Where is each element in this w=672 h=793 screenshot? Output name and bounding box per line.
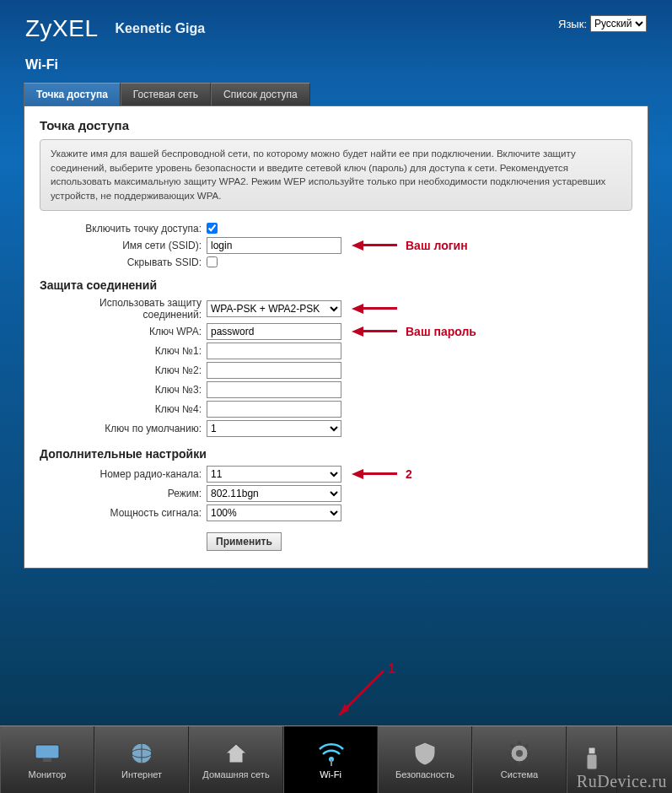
svg-line-17 (525, 759, 528, 762)
svg-line-16 (511, 745, 513, 747)
mode-select[interactable]: 802.11bgn (207, 485, 341, 502)
arrow-line (363, 244, 397, 246)
apply-button[interactable]: Применить (207, 532, 282, 551)
tab-strip: Точка доступа Гостевая сеть Список досту… (0, 83, 672, 105)
svg-rect-2 (35, 745, 59, 758)
key-default-select[interactable]: 1 (207, 420, 341, 437)
arrow-line (363, 472, 397, 475)
callout-one: 1 (388, 661, 395, 677)
svg-marker-1 (339, 704, 349, 715)
key1-label: Ключ №1: (40, 345, 207, 357)
tab-access-point[interactable]: Точка доступа (24, 83, 121, 105)
settings-panel: Точка доступа Укажите имя для вашей бесп… (24, 105, 648, 569)
security-mode-select[interactable]: WPA-PSK + WPA2-PSK (207, 300, 341, 317)
svg-rect-20 (589, 747, 595, 754)
key1-input[interactable] (207, 343, 341, 359)
ssid-label: Имя сети (SSID): (40, 240, 207, 251)
mode-label: Режим: (40, 488, 207, 499)
arrow-line (363, 307, 397, 310)
wpa-key-input[interactable] (207, 323, 341, 340)
svg-line-18 (511, 759, 513, 762)
monitor-icon (33, 741, 62, 766)
svg-rect-3 (43, 758, 51, 762)
channel-select[interactable]: 11 (207, 466, 341, 483)
security-icon (411, 741, 439, 766)
enable-ap-label: Включить точку доступа: (40, 223, 207, 235)
nav-label: Монитор (29, 769, 67, 780)
tab-guest-network[interactable]: Гостевая сеть (121, 83, 211, 105)
callout-password: Ваш пароль (406, 325, 476, 338)
bottom-nav: Монитор Интернет Домашняя сеть Wi-Fi Без… (0, 726, 672, 793)
arrow-icon (352, 304, 363, 314)
nav-label: Wi-Fi (320, 769, 341, 780)
header-bar: ZyXEL Keenetic Giga Язык: Русский (0, 0, 672, 49)
language-switcher: Язык: Русский (558, 15, 647, 32)
security-mode-label: Использовать защиту соединений: (40, 297, 207, 321)
svg-marker-7 (226, 744, 246, 763)
key4-label: Ключ №4: (40, 403, 207, 415)
key2-label: Ключ №2: (40, 364, 207, 376)
arrow-icon (352, 469, 363, 479)
tab-access-list[interactable]: Список доступа (211, 83, 310, 105)
svg-point-11 (516, 750, 523, 757)
brand-logo: ZyXEL (25, 15, 99, 42)
nav-usb[interactable] (567, 726, 617, 793)
security-section-title: Защита соединений (40, 278, 632, 292)
panel-title: Точка доступа (40, 118, 632, 132)
extra-section-title: Дополнительные настройки (40, 447, 632, 461)
nav-security[interactable]: Безопасность (378, 726, 472, 793)
key2-input[interactable] (207, 362, 341, 379)
nav-label: Домашняя сеть (202, 769, 269, 780)
key4-input[interactable] (207, 401, 341, 418)
svg-line-19 (525, 745, 528, 747)
nav-label: Интернет (121, 769, 162, 780)
wpa-key-label: Ключ WPA: (40, 326, 207, 337)
key3-label: Ключ №3: (40, 384, 207, 396)
callout-two: 2 (406, 467, 412, 481)
lang-select[interactable]: Русский (590, 15, 647, 32)
system-icon (505, 741, 534, 766)
nav-home-network[interactable]: Домашняя сеть (189, 726, 283, 793)
internet-icon (127, 741, 156, 766)
enable-ap-checkbox[interactable] (207, 223, 218, 234)
channel-label: Номер радио-канала: (40, 468, 207, 480)
nav-system[interactable]: Система (472, 726, 567, 793)
usb-icon (578, 746, 606, 771)
home-icon (222, 741, 250, 766)
key-default-label: Ключ по умолчанию: (40, 423, 207, 434)
ssid-input[interactable] (207, 237, 341, 254)
model-name: Keenetic Giga (116, 21, 206, 36)
nav-monitor[interactable]: Монитор (0, 726, 94, 793)
hint-box: Укажите имя для вашей беспроводной сети,… (40, 139, 632, 211)
nav-label: Безопасность (395, 769, 454, 780)
callout-login: Ваш логин (406, 239, 468, 252)
key3-input[interactable] (207, 381, 341, 398)
lang-label: Язык: (558, 18, 587, 30)
nav-internet[interactable]: Интернет (94, 726, 189, 793)
wifi-icon (316, 741, 345, 766)
arrow-line (363, 330, 397, 332)
page-title: Wi-Fi (0, 49, 672, 83)
arrow-icon (352, 326, 363, 337)
nav-label: Система (501, 769, 538, 780)
power-select[interactable]: 100% (207, 504, 341, 521)
hide-ssid-checkbox[interactable] (207, 256, 218, 267)
svg-line-0 (339, 671, 384, 715)
arrow-icon (329, 666, 388, 726)
hide-ssid-label: Скрывать SSID: (40, 256, 207, 268)
svg-rect-21 (587, 754, 597, 769)
nav-wifi[interactable]: Wi-Fi (283, 726, 378, 793)
power-label: Мощность сигнала: (40, 507, 207, 519)
arrow-icon (352, 240, 363, 251)
logo-block: ZyXEL Keenetic Giga (25, 15, 205, 42)
